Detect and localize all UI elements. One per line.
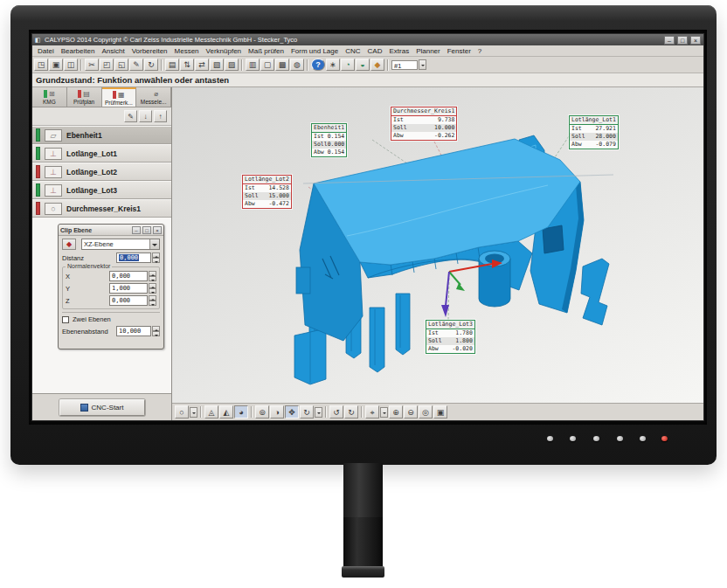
- menu-item-ansicht[interactable]: Ansicht: [98, 47, 128, 55]
- y-field[interactable]: 1,000: [109, 283, 148, 294]
- pan-icon[interactable]: ✥: [285, 405, 299, 419]
- y-value: 1,000: [112, 285, 130, 292]
- open-icon[interactable]: ▣: [49, 59, 63, 71]
- ebenenabstand-field[interactable]: 10,000: [116, 326, 151, 336]
- distanz-field[interactable]: 0,000: [116, 252, 151, 263]
- menu-item-vorbereiten[interactable]: Vorbereiten: [128, 47, 171, 55]
- probe-down-icon[interactable]: ◭: [219, 405, 233, 419]
- move-up-icon[interactable]: ↑: [154, 110, 167, 122]
- dialog-title-bar[interactable]: Clip Ebene – □ ×: [59, 225, 163, 236]
- menu-item-verknuepfen[interactable]: Verknüpfen: [203, 47, 245, 55]
- x-field[interactable]: 0,000: [109, 271, 148, 281]
- counter-dropdown-icon[interactable]: [419, 59, 426, 70]
- shaded-view-icon[interactable]: ◕: [234, 405, 248, 419]
- annotation-lotlaenge-lot2[interactable]: Lotlänge_Lot2 Ist14.528 Soll15.000 Abw-0…: [242, 175, 292, 209]
- zwei-ebenen-checkbox[interactable]: [62, 316, 69, 323]
- paste-icon[interactable]: ◱: [114, 59, 128, 71]
- clip-feature-icon[interactable]: ◆: [62, 239, 76, 250]
- z-field[interactable]: 0,000: [109, 295, 148, 306]
- cnc-start-button[interactable]: CNC-Start: [59, 399, 145, 416]
- title-bar[interactable]: ◧ CALYPSO 2014 Copyright © Carl Zeiss In…: [32, 34, 703, 45]
- menu-item-mass-pruefen[interactable]: Maß prüfen: [245, 47, 287, 55]
- annotation-lotlaenge-lot1[interactable]: Lotlänge_Lot1 Ist27.921 Soll28.000 Abw-0…: [569, 115, 619, 149]
- new-icon[interactable]: ◳: [34, 59, 48, 71]
- cad-view-icon[interactable]: ◒: [356, 59, 370, 71]
- distanz-stepper[interactable]: [152, 252, 160, 263]
- menu-item-extras[interactable]: Extras: [385, 47, 412, 55]
- tab-pruefmerkmale[interactable]: ▦ Prüfmerk...: [102, 87, 137, 107]
- cut-icon[interactable]: ✂: [85, 59, 99, 71]
- move-down-icon[interactable]: ↓: [139, 110, 152, 122]
- list-item-lotlaenge-lot2[interactable]: ⊥ Lotlänge_Lot2: [32, 163, 171, 181]
- x-stepper[interactable]: [149, 271, 156, 281]
- menu-item-fenster[interactable]: Fenster: [444, 47, 474, 55]
- swap-icon[interactable]: ⇄: [195, 59, 209, 71]
- grid-icon[interactable]: ▩: [275, 59, 289, 71]
- dialog-minimize-button[interactable]: –: [132, 226, 141, 234]
- half-sphere-icon[interactable]: ◑: [270, 405, 284, 419]
- menu-item-bearbeiten[interactable]: Bearbeiten: [58, 47, 99, 55]
- annotation-lotlaenge-lot3[interactable]: Lotlänge_Lot3 Ist1.780 Soll1.800 Abw-0.0…: [426, 320, 475, 354]
- menu-item-cad[interactable]: CAD: [364, 47, 386, 55]
- rotate-ccw-icon[interactable]: ↺: [329, 405, 343, 419]
- clip-ebene-dialog[interactable]: Clip Ebene – □ × ◆ XZ-Ebene: [58, 224, 164, 349]
- circle-select-icon[interactable]: ○: [175, 405, 189, 419]
- help-icon[interactable]: ?: [311, 59, 325, 71]
- 3d-view[interactable]: Ebenheit1 Ist0.154 Soll0.000 Abw0.154 Du…: [172, 87, 703, 403]
- edit-feature-icon[interactable]: ✎: [124, 110, 137, 122]
- tab-pruefplan[interactable]: ▤ Prüfplan: [67, 87, 102, 107]
- target-icon[interactable]: ⊚: [255, 405, 269, 419]
- edit-icon[interactable]: ✎: [129, 59, 143, 71]
- list-item-ebenheit1[interactable]: ▱ Ebenheit1: [32, 126, 171, 144]
- report-icon[interactable]: ▢: [260, 59, 274, 71]
- menu-item-hilfe[interactable]: ?: [474, 47, 485, 55]
- stylus-icon[interactable]: ◆: [370, 59, 384, 71]
- zoom-in-icon[interactable]: ⊕: [389, 405, 403, 419]
- cad-import-icon[interactable]: ◔: [341, 59, 355, 71]
- probe-icon[interactable]: ∗: [326, 59, 340, 71]
- hatch-icon[interactable]: ▨: [225, 59, 239, 71]
- chevron-down-icon[interactable]: [315, 407, 322, 418]
- pick-point-icon[interactable]: ⌖: [365, 405, 379, 419]
- search-icon[interactable]: ▤: [165, 59, 179, 71]
- menu-item-datei[interactable]: Datei: [34, 47, 58, 55]
- chevron-down-icon[interactable]: [190, 407, 197, 418]
- probe-up-icon[interactable]: ◬: [204, 405, 218, 419]
- tab-label: Prüfplan: [73, 99, 94, 106]
- y-stepper[interactable]: [149, 283, 156, 294]
- sort-icon[interactable]: ⇅: [180, 59, 194, 71]
- chevron-down-icon[interactable]: [380, 407, 388, 418]
- menu-item-cnc[interactable]: CNC: [342, 47, 364, 55]
- zoom-out-icon[interactable]: ⊖: [404, 405, 418, 419]
- minimize-button[interactable]: –: [664, 36, 675, 45]
- copy-icon[interactable]: ◰: [100, 59, 114, 71]
- zoom-window-icon[interactable]: ◎: [419, 405, 433, 419]
- chevron-down-icon[interactable]: [149, 239, 159, 249]
- close-button[interactable]: ×: [690, 36, 701, 45]
- list-item-durchmesser-kreis1[interactable]: ○ Durchmesser_Kreis1: [32, 199, 171, 218]
- tab-messelemente[interactable]: ⌀ Messele...: [136, 87, 171, 107]
- refresh-icon[interactable]: ↻: [144, 59, 158, 71]
- rotate-view-icon[interactable]: ↻: [300, 405, 314, 419]
- zoom-fit-icon[interactable]: ▣: [433, 405, 447, 419]
- menu-item-form-und-lage[interactable]: Form und Lage: [287, 47, 342, 55]
- rotate-cw-icon[interactable]: ↻: [344, 405, 358, 419]
- pattern-icon[interactable]: ▧: [210, 59, 224, 71]
- list-item-lotlaenge-lot1[interactable]: ⊥ Lotlänge_Lot1: [32, 144, 171, 163]
- menu-item-messen[interactable]: Messen: [171, 47, 203, 55]
- plane-select[interactable]: XZ-Ebene: [81, 239, 160, 250]
- menu-item-planner[interactable]: Planner: [412, 47, 444, 55]
- list-item-lotlaenge-lot3[interactable]: ⊥ Lotlänge_Lot3: [32, 181, 171, 199]
- annotation-durchmesser-kreis1[interactable]: Durchmesser_Kreis1 Ist9.738 Soll10.000 A…: [391, 107, 457, 141]
- maximize-button[interactable]: □: [677, 36, 688, 45]
- annotation-ebenheit1[interactable]: Ebenheit1 Ist0.154 Soll0.000 Abw0.154: [311, 123, 347, 157]
- network-icon[interactable]: ◍: [290, 59, 304, 71]
- dialog-maximize-button[interactable]: □: [142, 226, 151, 234]
- dialog-close-button[interactable]: ×: [153, 226, 162, 234]
- save-icon[interactable]: ◫: [64, 59, 78, 71]
- z-stepper[interactable]: [149, 295, 156, 306]
- ebenenabstand-stepper[interactable]: [152, 326, 160, 336]
- run-counter-input[interactable]: #1: [391, 60, 418, 70]
- tab-kmg[interactable]: ⊞ KMG: [32, 87, 67, 107]
- print-icon[interactable]: ▥: [246, 59, 260, 71]
